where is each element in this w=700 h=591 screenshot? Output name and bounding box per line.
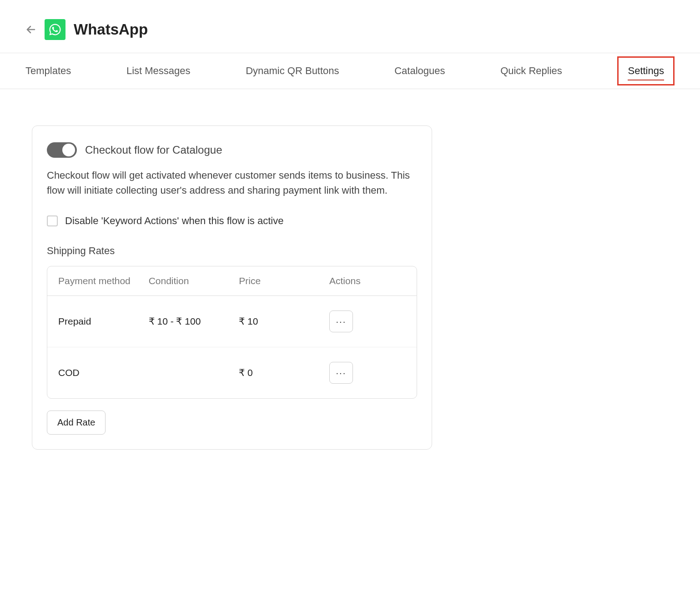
checkout-toggle-label: Checkout flow for Catalogue <box>85 144 222 156</box>
td-actions: ··· <box>329 311 406 332</box>
checkout-description: Checkout flow will get activated wheneve… <box>47 168 417 198</box>
tab-templates[interactable]: Templates <box>25 53 71 89</box>
whatsapp-icon <box>45 19 65 40</box>
page-header: WhatsApp <box>0 0 700 53</box>
td-payment: Prepaid <box>58 316 149 327</box>
table-row: COD ₹ 0 ··· <box>47 347 417 398</box>
page-title: WhatsApp <box>74 21 148 38</box>
table-header: Payment method Condition Price Actions <box>47 266 417 296</box>
table-row: Prepaid ₹ 10 - ₹ 100 ₹ 10 ··· <box>47 296 417 347</box>
td-price: ₹ 10 <box>239 316 329 327</box>
th-actions: Actions <box>329 275 406 286</box>
td-actions: ··· <box>329 362 406 384</box>
more-icon: ··· <box>336 368 347 378</box>
tab-dynamic-qr-buttons[interactable]: Dynamic QR Buttons <box>246 53 339 89</box>
disable-keyword-label: Disable 'Keyword Actions' when this flow… <box>65 215 283 227</box>
tabs-bar: Templates List Messages Dynamic QR Butto… <box>0 53 700 89</box>
row-actions-button[interactable]: ··· <box>329 362 353 384</box>
tab-catalogues[interactable]: Catalogues <box>394 53 445 89</box>
checkout-toggle[interactable] <box>47 142 77 158</box>
tab-settings-highlight: Settings <box>617 56 675 85</box>
shipping-rates-table: Payment method Condition Price Actions P… <box>47 266 417 399</box>
th-condition: Condition <box>149 275 239 286</box>
row-actions-button[interactable]: ··· <box>329 311 353 332</box>
checkout-toggle-row: Checkout flow for Catalogue <box>47 142 417 158</box>
th-price: Price <box>239 275 329 286</box>
more-icon: ··· <box>336 316 347 327</box>
td-condition: ₹ 10 - ₹ 100 <box>149 316 239 327</box>
toggle-knob <box>62 144 75 156</box>
disable-keyword-row: Disable 'Keyword Actions' when this flow… <box>47 215 417 227</box>
td-price: ₹ 0 <box>239 367 329 378</box>
th-payment-method: Payment method <box>58 275 149 286</box>
settings-card: Checkout flow for Catalogue Checkout flo… <box>32 125 432 450</box>
tab-quick-replies[interactable]: Quick Replies <box>500 53 562 89</box>
add-rate-button[interactable]: Add Rate <box>47 411 106 435</box>
disable-keyword-checkbox[interactable] <box>47 215 58 226</box>
tab-list-messages[interactable]: List Messages <box>126 53 191 89</box>
td-payment: COD <box>58 367 149 378</box>
tab-settings[interactable]: Settings <box>628 65 664 80</box>
back-arrow-icon[interactable] <box>25 24 36 35</box>
shipping-rates-title: Shipping Rates <box>47 245 417 257</box>
